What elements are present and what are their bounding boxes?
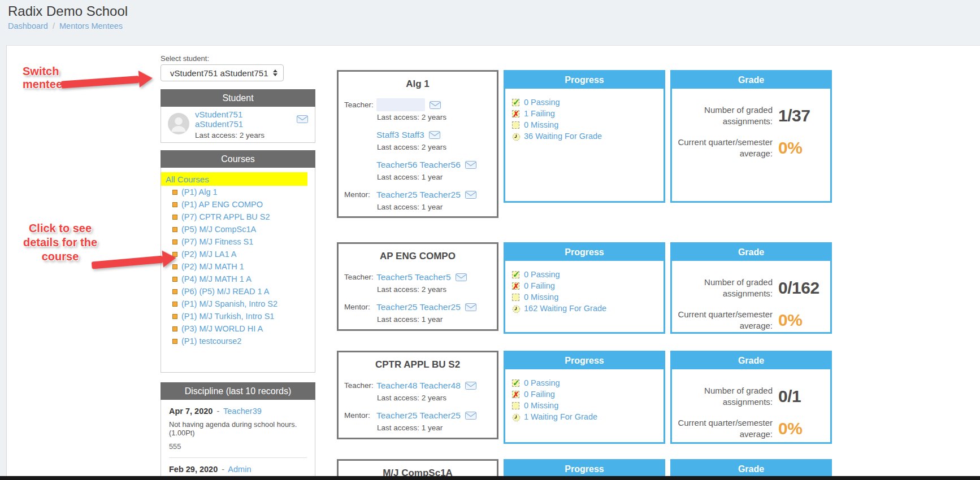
staff-name-link[interactable]: Teacher25 Teacher25: [376, 190, 461, 200]
graded-assignments-label: Number of graded assignments:: [677, 104, 773, 126]
graded-assignments-label: Number of graded assignments:: [677, 277, 773, 299]
course-card-title: AP ENG COMPO: [343, 251, 492, 262]
staff-entry: Teacher:Last access: 2 years: [339, 98, 497, 121]
staff-role-label: Teacher:: [344, 273, 374, 281]
progress-count-link[interactable]: 1 Waiting For Grade: [524, 412, 597, 421]
grade-card: Grade Number of graded assignments: 0/1 …: [670, 351, 832, 444]
staff-entry: Staff3 Staff3Last access: 2 years: [339, 128, 497, 151]
envelope-icon[interactable]: [429, 131, 440, 139]
last-access-text: Last access: 2 years: [339, 394, 497, 402]
waiting-clock-icon: [512, 133, 519, 140]
progress-item: ✓0 Passing: [512, 269, 657, 280]
envelope-icon[interactable]: [465, 412, 476, 420]
staff-list: Teacher:Last access: 2 yearsStaff3 Staff…: [339, 98, 497, 211]
progress-card: Progress ✓0 Passing✗1 Failing0 Missing36…: [504, 70, 665, 203]
progress-count-link[interactable]: 1 Failing: [524, 109, 555, 118]
progress-item: 0 Missing: [512, 119, 657, 130]
missing-empty-box-icon: [512, 121, 519, 129]
envelope-icon[interactable]: [465, 161, 476, 169]
last-access-text: Last access: 1 year: [339, 424, 497, 432]
graded-assignments-value: 0/162: [778, 278, 823, 298]
quarter-average-label: Current quarter/semester average:: [677, 137, 773, 159]
main-content-panel: Switch mentee Click to see details for t…: [6, 45, 980, 480]
staff-name-link[interactable]: Teacher25 Teacher25: [376, 411, 461, 421]
arrow-shaft: [61, 76, 140, 89]
course-card-title: Alg 1: [343, 78, 492, 90]
progress-items: ✓0 Passing✗0 Failing0 Missing162 Waiting…: [505, 261, 664, 322]
staff-role-label: Teacher:: [344, 101, 374, 109]
passing-check-icon: ✓: [512, 379, 519, 387]
progress-count-link[interactable]: 0 Missing: [524, 401, 558, 410]
progress-item: ✓0 Passing: [512, 97, 657, 108]
progress-count-link[interactable]: 0 Passing: [524, 270, 560, 279]
progress-item: 0 Missing: [512, 291, 657, 303]
last-access-text: Last access: 1 year: [339, 315, 497, 324]
missing-empty-box-icon: [512, 294, 519, 301]
arrow-head: [162, 250, 177, 268]
progress-card-header: Progress: [505, 244, 664, 261]
grade-card-header: Grade: [672, 461, 830, 478]
quarter-average-value: 0%: [778, 138, 823, 158]
staff-role-label: Mentor:: [344, 303, 370, 311]
mentors-mentees-page: Radix Demo School Dashboard / Mentors Me…: [0, 0, 980, 480]
progress-count-link[interactable]: 162 Waiting For Grade: [524, 304, 606, 313]
staff-list: Teacher:Teacher48 Teacher48Last access: …: [339, 379, 497, 432]
progress-count-link[interactable]: 0 Missing: [524, 293, 558, 302]
last-access-text: Last access: 1 year: [339, 173, 497, 181]
envelope-icon[interactable]: [465, 382, 476, 390]
staff-name-link[interactable]: Teacher25 Teacher25: [376, 302, 461, 312]
progress-card: Progress ✓0 Passing✗0 Failing0 Missing1 …: [504, 351, 665, 444]
breadcrumb-separator: /: [53, 21, 55, 30]
staff-list: Teacher:Teacher5 Teacher5Last access: 2 …: [339, 270, 497, 324]
breadcrumb-mentors-mentees-link[interactable]: Mentors Mentees: [59, 21, 123, 30]
progress-card: Progress ✓0 Passing✗0 Failing0 Missing16…: [504, 242, 665, 334]
progress-item: 1 Waiting For Grade: [512, 411, 657, 422]
envelope-icon[interactable]: [465, 191, 476, 199]
passing-check-icon: ✓: [512, 271, 519, 278]
breadcrumb-dashboard-link[interactable]: Dashboard: [8, 21, 48, 30]
course-row: AP ENG COMPO Teacher:Teacher5 Teacher5La…: [337, 242, 832, 334]
staff-entry: Mentor:Teacher25 Teacher25Last access: 1…: [339, 300, 497, 324]
staff-name-link[interactable]: Teacher56 Teacher56: [376, 160, 461, 170]
staff-name-link[interactable]: Teacher48 Teacher48: [376, 381, 461, 391]
progress-item: ✗1 Failing: [512, 108, 657, 119]
envelope-icon[interactable]: [430, 101, 441, 109]
staff-entry: Teacher56 Teacher56Last access: 1 year: [339, 158, 497, 181]
graded-assignments-value: 1/37: [778, 106, 823, 125]
staff-name-link[interactable]: Teacher5 Teacher5: [376, 272, 451, 282]
staff-entry: Mentor:Teacher25 Teacher25Last access: 1…: [339, 188, 497, 211]
staff-entry: Teacher:Teacher48 Teacher48Last access: …: [339, 379, 497, 402]
envelope-icon[interactable]: [465, 303, 476, 311]
progress-item: 0 Missing: [512, 400, 657, 411]
progress-card-header: Progress: [505, 72, 664, 89]
staff-name-link[interactable]: Staff3 Staff3: [376, 130, 424, 140]
progress-count-link[interactable]: 36 Waiting For Grade: [524, 132, 602, 141]
progress-count-link[interactable]: 0 Passing: [524, 98, 560, 107]
last-access-text: Last access: 2 years: [339, 113, 497, 121]
staff-entry: Mentor:Teacher25 Teacher25Last access: 1…: [339, 409, 497, 432]
arrow-shaft: [92, 255, 163, 269]
quarter-average-value: 0%: [778, 311, 823, 330]
progress-items: ✓0 Passing✗0 Failing0 Missing1 Waiting F…: [505, 369, 664, 430]
progress-count-link[interactable]: 0 Passing: [524, 378, 560, 387]
page-title: Radix Demo School: [8, 3, 128, 19]
progress-card-header: Progress: [505, 461, 664, 478]
failing-cross-icon: ✗: [512, 110, 519, 117]
missing-empty-box-icon: [512, 402, 519, 409]
course-card: AP ENG COMPO Teacher:Teacher5 Teacher5La…: [337, 242, 498, 331]
grade-card-header: Grade: [672, 72, 830, 89]
waiting-clock-icon: [512, 413, 519, 421]
course-row: CPTR APPL BU S2 Teacher:Teacher48 Teache…: [337, 351, 832, 444]
staff-role-label: Mentor:: [344, 411, 370, 420]
failing-cross-icon: ✗: [512, 391, 519, 398]
course-card: CPTR APPL BU S2 Teacher:Teacher48 Teache…: [337, 351, 498, 439]
last-access-text: Last access: 2 years: [339, 143, 497, 151]
progress-count-link[interactable]: 0 Missing: [524, 120, 558, 129]
progress-count-link[interactable]: 0 Failing: [524, 281, 555, 290]
quarter-average-label: Current quarter/semester average:: [677, 417, 773, 439]
progress-item: 162 Waiting For Grade: [512, 303, 657, 314]
envelope-icon[interactable]: [456, 273, 467, 281]
failing-cross-icon: ✗: [512, 282, 519, 290]
progress-count-link[interactable]: 0 Failing: [524, 390, 555, 399]
course-card-title: CPTR APPL BU S2: [343, 359, 492, 370]
